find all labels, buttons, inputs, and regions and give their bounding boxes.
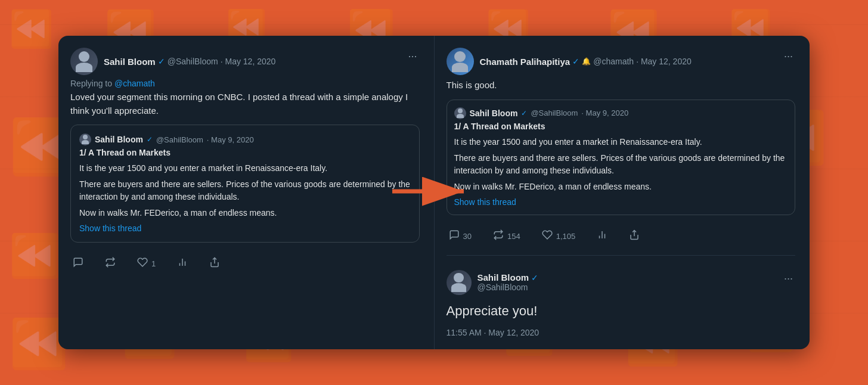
q-avatar-body <box>82 140 89 144</box>
left-replying-to: Replying to @chamath <box>70 79 420 88</box>
right-quote-date: · May 9, 2020 <box>581 108 628 117</box>
right-quote-user-name: Sahil Bloom <box>470 108 518 118</box>
right-share-button[interactable] <box>627 227 642 246</box>
right-bottom-verified-icon: ✓ <box>531 273 538 282</box>
right-tweet-text: This is good. <box>447 79 796 92</box>
chamath-head <box>454 51 465 62</box>
left-more-button[interactable]: ··· <box>405 48 419 65</box>
left-quote-handle: @SahilBloom <box>156 135 203 144</box>
like-icon <box>137 257 148 271</box>
left-like-count: 1 <box>151 259 156 268</box>
right-bottom-timestamp: 11:55 AM · May 12, 2020 <box>447 328 796 337</box>
right-quote-handle: @SahilBloom <box>531 108 578 117</box>
left-quote-avatar <box>79 133 91 145</box>
left-tweet-header-left: Sahil Bloom ✓ @SahilBloom · May 12, 2020 <box>70 48 275 75</box>
right-quote-body1: It is the year 1500 and you enter a mark… <box>454 136 788 148</box>
right-share-icon <box>629 229 640 243</box>
right-tweet-top: Chamath Palihapitiya ✓ 🔔 @chamath · May … <box>447 48 796 256</box>
right-avatar-chamath <box>447 48 474 75</box>
left-user-handle: @SahilBloom <box>168 57 218 66</box>
avatar-head <box>79 51 89 62</box>
left-tweet-actions: 1 <box>70 251 420 273</box>
sb2-head <box>454 273 464 283</box>
main-container: Sahil Bloom ✓ @SahilBloom · May 12, 2020… <box>58 36 810 349</box>
left-user-name: Sahil Bloom <box>104 57 156 67</box>
right-tweet-bottom: Sahil Bloom ✓ @SahilBloom ··· Appreciate… <box>447 268 796 337</box>
right-quote-body2: There are buyers and there are sellers. … <box>454 152 788 177</box>
q-avatar-head <box>83 135 88 139</box>
left-user-info: Sahil Bloom ✓ @SahilBloom · May 12, 2020 <box>104 57 275 67</box>
right-show-thread-link[interactable]: Show this thread <box>454 197 516 207</box>
left-tweet-date: · May 12, 2020 <box>221 57 276 66</box>
left-retweet-button[interactable] <box>103 254 118 273</box>
right-tweet-date: · May 12, 2020 <box>636 57 692 66</box>
bg-rewind-icon: ⏪ <box>9 8 54 50</box>
right-reply-count: 30 <box>463 232 472 241</box>
right-retweet-icon <box>493 229 504 243</box>
right-quote-header: Sahil Bloom ✓ @SahilBloom · May 9, 2020 <box>454 107 788 119</box>
sb2-body <box>451 283 466 292</box>
left-reply-button[interactable] <box>70 254 86 273</box>
right-user-name-row: Chamath Palihapitiya ✓ 🔔 @chamath · May … <box>480 57 692 67</box>
right-quote-body3: Now in walks Mr. FEDerico, a man of endl… <box>454 181 788 193</box>
right-like-button[interactable]: 1,105 <box>540 227 578 246</box>
left-show-thread-link[interactable]: Show this thread <box>79 223 141 233</box>
right-retweet-button[interactable]: 154 <box>491 227 523 246</box>
right-analytics-button[interactable] <box>594 227 610 246</box>
rq-head <box>458 108 463 113</box>
left-quote-tweet: Sahil Bloom ✓ @SahilBloom · May 9, 2020 … <box>70 125 420 243</box>
right-bottom-tweet-text: Appreciate you! <box>447 301 796 321</box>
left-quote-verified: ✓ <box>147 135 153 144</box>
left-panel: Sahil Bloom ✓ @SahilBloom · May 12, 2020… <box>58 36 435 349</box>
left-analytics-button[interactable] <box>175 254 190 273</box>
replying-to-link[interactable]: @chamath <box>114 79 155 88</box>
right-bottom-user-name: Sahil Bloom <box>478 272 529 282</box>
right-tweet-header-left: Chamath Palihapitiya ✓ 🔔 @chamath · May … <box>447 48 692 75</box>
right-quote-verified: ✓ <box>521 109 527 117</box>
left-quote-date: · May 9, 2020 <box>207 135 254 144</box>
share-icon <box>209 257 220 271</box>
left-share-button[interactable] <box>207 254 222 273</box>
right-reply-icon <box>449 229 460 243</box>
right-bottom-user-info: Sahil Bloom ✓ @SahilBloom <box>478 272 539 292</box>
right-bottom-more-button[interactable]: ··· <box>782 270 795 287</box>
right-like-icon <box>542 229 553 243</box>
chamath-body <box>452 63 469 72</box>
left-quote-title: 1/ A Thread on Markets <box>79 148 411 157</box>
right-tweet-actions: 30 154 1,105 <box>447 223 796 246</box>
right-tweet-header: Chamath Palihapitiya ✓ 🔔 @chamath · May … <box>447 48 796 75</box>
right-bottom-header-left: Sahil Bloom ✓ @SahilBloom <box>447 270 539 295</box>
rq-person <box>454 107 466 119</box>
left-verified-icon: ✓ <box>158 57 165 66</box>
left-like-button[interactable]: 1 <box>135 254 158 273</box>
chamath-person <box>447 48 474 75</box>
left-quote-user-name: Sahil Bloom <box>95 135 143 144</box>
avatar-person <box>70 48 98 75</box>
right-bottom-user-handle: @SahilBloom <box>478 282 539 292</box>
right-analytics-icon <box>597 229 607 243</box>
right-quote-tweet: Sahil Bloom ✓ @SahilBloom · May 9, 2020 … <box>447 100 796 215</box>
right-bottom-avatar <box>447 270 472 295</box>
bg-rewind-icon: ⏪ <box>9 231 61 280</box>
right-quote-title: 1/ A Thread on Markets <box>454 122 788 131</box>
right-reply-button[interactable]: 30 <box>447 227 474 246</box>
right-verified-icon: ✓ <box>572 57 579 66</box>
left-tweet-text: Loved your segment this morning on CNBC.… <box>70 91 420 117</box>
right-more-button[interactable]: ··· <box>782 48 795 65</box>
right-user-name: Chamath Palihapitiya <box>480 57 571 67</box>
left-quote-body3: Now in walks Mr. FEDerico, a man of endl… <box>79 207 411 219</box>
left-avatar <box>70 48 98 75</box>
right-user-info: Chamath Palihapitiya ✓ 🔔 @chamath · May … <box>480 57 692 67</box>
reply-icon <box>73 257 83 271</box>
right-like-count: 1,105 <box>556 232 576 241</box>
left-tweet-header: Sahil Bloom ✓ @SahilBloom · May 12, 2020… <box>70 48 420 75</box>
left-quote-body2: There are buyers and there are sellers. … <box>79 178 411 203</box>
left-quote-header: Sahil Bloom ✓ @SahilBloom · May 9, 2020 <box>79 133 411 145</box>
right-retweet-count: 154 <box>507 232 520 241</box>
right-quote-avatar <box>454 107 466 119</box>
left-user-name-row: Sahil Bloom ✓ @SahilBloom · May 12, 2020 <box>104 57 275 67</box>
right-bottom-name-row: Sahil Bloom ✓ <box>478 272 539 282</box>
avatar-body <box>76 63 92 72</box>
right-panel: Chamath Palihapitiya ✓ 🔔 @chamath · May … <box>435 36 810 349</box>
left-quote-body1: It is the year 1500 and you enter a mark… <box>79 162 411 175</box>
